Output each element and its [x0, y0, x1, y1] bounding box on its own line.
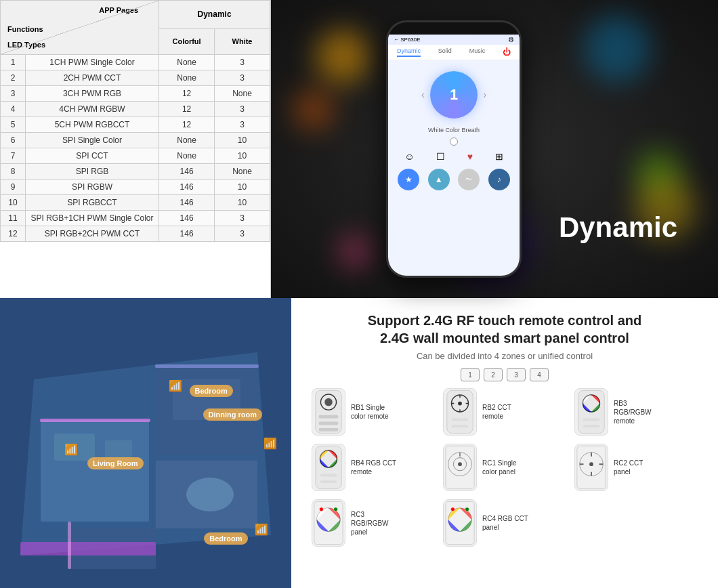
rb3-label: RB3RGB/RGBWremote [614, 399, 652, 425]
header-led-types: LED Types [7, 41, 45, 49]
svg-point-31 [588, 400, 595, 407]
bedroom1-label: Bedroom [190, 385, 233, 397]
led-type: SPI Single Color [25, 133, 159, 148]
svg-rect-19 [319, 428, 339, 432]
white-val: 3 [215, 226, 270, 242]
colorful-val: 12 [159, 117, 215, 133]
phone-status-bar: ← SP630E ⚙ [388, 35, 520, 45]
up-btn[interactable]: ▲ [428, 169, 450, 190]
led-type: SPI RGBW [25, 180, 159, 195]
colorful-val: 146 [159, 226, 215, 242]
svg-rect-27 [452, 419, 469, 421]
rc3-icon [312, 499, 345, 547]
table-row: 7 SPI CCT None 10 [1, 148, 270, 164]
row-num: 7 [1, 148, 26, 164]
wifi-icon-2: 📶 [64, 443, 78, 456]
speaker-btn[interactable]: ♪ [488, 169, 510, 190]
heart-icon[interactable]: ♥ [467, 151, 473, 162]
star-btn[interactable]: ★ [398, 169, 419, 190]
row-num: 5 [1, 117, 26, 133]
svg-rect-12 [20, 542, 156, 555]
led-type: SPI RGB+2CH PWM CCT [25, 226, 159, 242]
svg-rect-18 [319, 421, 339, 425]
svg-point-55 [334, 507, 338, 511]
rb1-icon [312, 388, 345, 436]
table-row: 12 SPI RGB+2CH PWM CCT 146 3 [1, 226, 270, 242]
led-type: SPI RGB [25, 164, 159, 180]
rc3-label: RC3RGB/RGBWpanel [351, 510, 389, 537]
table-row: 4 4CH PWM RGBW 12 3 [1, 102, 270, 117]
header-app-pages: APP Pages [99, 6, 138, 14]
row-num: 12 [1, 226, 26, 242]
row-num: 10 [1, 195, 26, 211]
white-val: 3 [215, 117, 270, 133]
phone-model: SP630E [400, 37, 420, 43]
rc1-item: RC1 Singlecolor panel [443, 444, 566, 491]
tab-music[interactable]: Music [469, 47, 486, 57]
dining-room-label: Dinning room [203, 408, 263, 421]
svg-point-9 [186, 478, 234, 511]
svg-rect-32 [583, 419, 600, 421]
phone-nav: Dynamic Solid Music ⏻ [388, 45, 520, 60]
svg-rect-38 [320, 480, 337, 483]
led-types-table: APP Pages Functions LED Types Dynamic Co… [0, 0, 270, 242]
white-val: 10 [215, 133, 270, 148]
phone-icons: ☺ ☐ ♥ ⊞ [394, 151, 514, 162]
row-num: 4 [1, 102, 26, 117]
table-row: 5 5CH PWM RGBCCT 12 3 [1, 117, 270, 133]
colorful-header: Colorful [159, 28, 215, 54]
prev-icon[interactable]: ‹ [421, 89, 425, 101]
zone-buttons: 1 2 3 4 [312, 368, 698, 381]
led-type: 4CH PWM RGBW [25, 102, 159, 117]
svg-point-53 [323, 515, 333, 525]
house-section: 📶 📶 📶 📶 Bedroom Living Room Dinning room… [0, 298, 291, 588]
led-type: 3CH PWM RGB [25, 86, 159, 102]
wifi-icon-1: 📶 [169, 379, 182, 392]
rc3-item: RC3RGB/RGBWpanel [312, 499, 435, 547]
dynamic-label: Dynamic [559, 211, 677, 244]
table-row: 8 SPI RGB 146 None [1, 164, 270, 180]
colorful-val: None [159, 148, 215, 164]
next-icon[interactable]: › [483, 89, 486, 101]
white-val: 10 [215, 148, 270, 164]
zone-btn-2[interactable]: 2 [484, 368, 503, 381]
table-row: 9 SPI RGBW 146 10 [1, 180, 270, 195]
zone-btn-4[interactable]: 4 [530, 368, 549, 381]
zone-btn-1[interactable]: 1 [461, 368, 480, 381]
tab-solid[interactable]: Solid [438, 47, 452, 57]
rb1-label: RB1 Singlecolor remote [351, 403, 389, 421]
white-val: None [215, 164, 270, 180]
row-num: 2 [1, 70, 26, 86]
white-val: 10 [215, 180, 270, 195]
remotes-grid: RB1 Singlecolor remote [312, 388, 698, 547]
smiley-icon[interactable]: ☺ [404, 151, 414, 162]
rc4-label: RC4 RGB CCTpanel [482, 514, 528, 532]
svg-point-60 [465, 507, 469, 511]
tab-dynamic[interactable]: Dynamic [397, 47, 421, 57]
bedroom2-label: Bedroom [204, 532, 247, 545]
living-room-label: Living Room [87, 457, 144, 469]
checkbox-icon[interactable]: ☐ [436, 151, 445, 162]
house-svg [0, 298, 291, 588]
dynamic-header: Dynamic [159, 1, 270, 29]
rc1-label: RC1 Singlecolor panel [482, 459, 517, 476]
rc2-item: RC2 CCTpanel [574, 444, 698, 491]
zone-btn-3[interactable]: 3 [507, 368, 526, 381]
phone-screen: ← SP630E ⚙ Dynamic Solid Music ⏻ ‹ 1 [388, 35, 520, 276]
power-icon[interactable]: ⏻ [503, 47, 511, 57]
svg-rect-17 [319, 415, 339, 419]
phone-notch [427, 22, 481, 35]
led-type: 5CH PWM RGBCCT [25, 117, 159, 133]
white-header: White [215, 28, 270, 54]
settings-icon[interactable]: ⊞ [495, 151, 503, 162]
phone-content: ‹ 1 › White Color Breath [388, 60, 520, 196]
rc2-icon [574, 444, 608, 491]
colorful-val: 146 [159, 180, 215, 195]
svg-point-22 [458, 402, 462, 406]
led-type: 2CH PWM CCT [25, 70, 159, 86]
rc4-icon [443, 499, 477, 547]
rb4-item: RB4 RGB CCTremote [312, 444, 435, 491]
wave-btn[interactable]: 〜 [458, 169, 480, 190]
table-row: 1 1CH PWM Single Color None 3 [1, 55, 270, 70]
svg-point-16 [324, 398, 333, 406]
